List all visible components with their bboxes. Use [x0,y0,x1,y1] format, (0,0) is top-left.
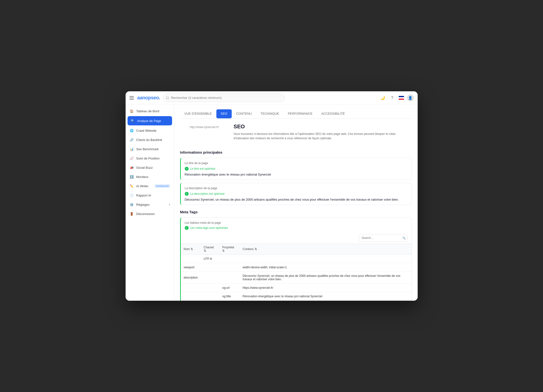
cell-contenu: Découvrez Synerciel, un réseau de plus d… [240,272,412,284]
sidebar-item-moniteur[interactable]: ℹ️ Moniteur [126,172,174,181]
sidebar-item-analyse-de-page[interactable]: 🔍 Analyse de Page [128,116,172,125]
tab-accessibilite[interactable]: ACCESSIBILITÉ [317,109,349,118]
check-desc-icon: ✓ [185,192,189,196]
cell-propriete: og:url [219,284,240,292]
topbar: aanopseo. 🌙 ? 👤 [126,91,418,104]
page-url: http://www.synerciel.fr/ [190,125,219,129]
title-card-value: Rénovation énergétique avec le réseau pr… [185,173,408,176]
meta-card-label: Les balises meta de la page [185,221,408,224]
tab-contenu[interactable]: CONTENU [232,109,256,118]
seo-header: SEO Vous trouverez ci-dessous les inform… [234,123,412,140]
user-avatar[interactable]: 👤 [407,94,414,101]
cell-nom [181,284,201,292]
meta-table: Nom ⇅ Charset ⇅ Propriété ⇅ Contenu ⇅ UT… [181,243,412,301]
coming-soon-badge: Coming soon [155,184,170,188]
sidebar-item-crawl-website[interactable]: 🌐 Crawl Website [126,126,174,135]
home-icon: 🏠 [129,109,134,113]
link-icon: 🔗 [129,138,134,142]
tabs: VUE D'ENSEMBLE SEO CONTENU TECHNIQUE PER… [180,109,412,119]
meta-tags-card: Les balises meta de la page ✓ Les meta-t… [180,217,412,301]
cell-propriete [219,263,240,272]
sidebar-item-tableau-de-bord[interactable]: 🏠 Tableau de Bord [126,106,174,116]
description-card-value: Découvrez Synerciel, un réseau de plus d… [185,198,408,201]
informations-title: Informations principales [180,150,412,154]
settings-icon: ⚙️ [129,202,134,207]
sidebar-item-deconnexion[interactable]: 🚪 Déconnexion [126,209,174,218]
content-area: VUE D'ENSEMBLE SEO CONTENU TECHNIQUE PER… [174,104,418,301]
description-card-status: ✓ La description est optimisé [185,192,408,196]
description-card: La description de la page ✓ La descripti… [180,183,412,205]
sidebar-item-seo-benchmark[interactable]: 📊 Seo Benchmark [126,144,174,154]
col-charset[interactable]: Charset ⇅ [201,244,220,255]
search-page-icon: 🔍 [130,119,135,123]
topbar-right: 🌙 ? 👤 [379,94,414,101]
table-search-wrap [359,234,408,242]
table-row: viewportwidth=device-width, initial-scal… [181,263,412,272]
check-meta-icon: ✓ [185,226,189,230]
table-row: UTF-8 [181,255,412,263]
share-icon: 📣 [129,165,134,170]
tab-seo[interactable]: SEO [216,109,232,118]
meta-card-header: Les balises meta de la page ✓ Les meta-t… [181,218,412,232]
cell-propriete: og:title [219,292,240,301]
meta-card-status: ✓ Les meta-tags sont optimisés [185,226,408,230]
cell-charset: UTF-8 [201,255,220,263]
title-card-label: Le titre de la page [185,161,408,165]
cell-charset [201,292,220,301]
table-search-input[interactable] [359,234,408,242]
meta-tags-title: Meta Tags [180,210,412,214]
sidebar-item-rapport-ai[interactable]: 📄 Rapport AI [126,191,174,200]
sidebar: 🏠 Tableau de Bord 🔍 Analyse de Page 🌐 Cr… [126,104,174,301]
tab-performance[interactable]: PERFORMANCE [284,109,317,118]
table-search-row [181,232,412,243]
menu-icon[interactable] [129,95,134,100]
search-input[interactable] [163,94,285,102]
main-layout: 🏠 Tableau de Bord 🔍 Analyse de Page 🌐 Cr… [126,104,418,301]
logo: aanopseo. [137,95,160,101]
edit-icon: ✏️ [129,184,134,188]
cell-nom: description [181,272,201,284]
file-icon: 📄 [129,193,134,197]
seo-description: Vous trouverez ci-dessous les informatio… [234,132,412,140]
flag-fr-icon[interactable] [399,96,404,100]
sidebar-item-reglages[interactable]: ⚙️ Réglages ▾ [126,200,174,209]
help-icon[interactable]: ? [389,94,396,101]
cell-contenu: width=device-width, initial-scale=1 [240,263,412,272]
cell-nom [181,292,201,301]
tab-vue-ensemble[interactable]: VUE D'ENSEMBLE [180,109,216,118]
check-icon: ✓ [185,167,189,171]
table-row: og:titleRénovation énergétique avec le r… [181,292,412,301]
cell-propriete [219,255,240,263]
cell-nom [181,255,201,263]
col-propriete[interactable]: Propriété ⇅ [219,244,240,255]
seo-title: SEO [234,123,412,130]
seo-overview-row: http://www.synerciel.fr/ SEO Vous trouve… [180,123,412,145]
cell-charset [201,272,220,284]
monitor-icon: ℹ️ [129,175,134,179]
moon-icon[interactable]: 🌙 [379,94,386,101]
cell-contenu [240,255,412,263]
sidebar-item-suivi-position[interactable]: 📈 Suivi de Position [126,154,174,163]
cell-contenu: https://www.synerciel.fr/ [240,284,412,292]
sidebar-item-social-buzz[interactable]: 📣 Social Buzz [126,163,174,172]
table-row: descriptionDécouvrez Synerciel, un résea… [181,272,412,284]
meta-tags-section: Meta Tags Les balises meta de la page ✓ … [180,210,412,301]
url-column: http://www.synerciel.fr/ [180,123,229,145]
cell-charset [201,284,220,292]
col-nom[interactable]: Nom ⇅ [181,244,201,255]
table-row: og:urlhttps://www.synerciel.fr/ [181,284,412,292]
cell-contenu: Rénovation énergétique avec le réseau pr… [240,292,412,301]
trending-icon: 📈 [129,156,134,160]
tab-technique[interactable]: TECHNIQUE [256,109,284,118]
globe-icon: 🌐 [129,128,134,133]
sidebar-item-ai-writer[interactable]: ✏️ AI Writer Coming soon [126,181,174,191]
chevron-down-icon: ▾ [169,203,170,206]
col-contenu[interactable]: Contenu ⇅ [240,244,412,255]
title-card-status: ✓ Le titre est optimisé [185,167,408,171]
logout-icon: 🚪 [129,212,134,216]
title-card: Le titre de la page ✓ Le titre est optim… [180,158,412,180]
sidebar-item-check-backlink[interactable]: 🔗 Check du Backlink [126,135,174,144]
chart-icon: 📊 [129,147,134,151]
cell-nom: viewport [181,263,201,272]
description-card-label: La description de la page [185,187,408,190]
